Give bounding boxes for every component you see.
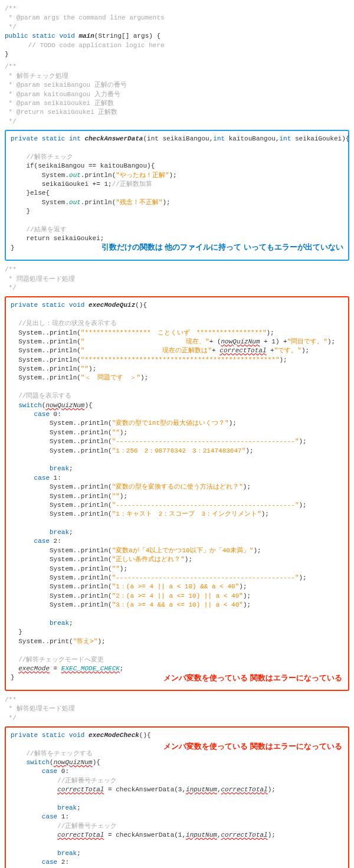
box-answer-method: private static void execModeCheck(){ //解… <box>5 726 349 868</box>
code-javadoc-main: /** * @param args the command line argum… <box>5 5 349 59</box>
code-check-method: private static int checkAnswerData(int s… <box>11 135 343 253</box>
box-check-method: private static int checkAnswerData(int s… <box>5 130 349 261</box>
code-quiz-method: private static void execModeQuiz(){ //見出… <box>11 301 343 682</box>
annotation-red-2: メンバ変数を使っている 関数はエラーになっている <box>163 741 342 752</box>
code-javadoc-check: /** * 解答チェック処理 * @param seikaiBangou 正解の… <box>5 63 349 126</box>
box-quiz-method: private static void execModeQuiz(){ //見出… <box>5 296 349 690</box>
code-javadoc-quiz: /** * 問題処理モード処理 */ <box>5 266 349 293</box>
annotation-blue: 引数だけの関数は 他のファイルに持って いってもエラーが出ていない <box>101 241 343 253</box>
code-javadoc-answer: /** * 解答処理モード処理 */ <box>5 696 349 723</box>
annotation-red-1: メンバ変数を使っている 関数はエラーになっている <box>163 672 342 684</box>
